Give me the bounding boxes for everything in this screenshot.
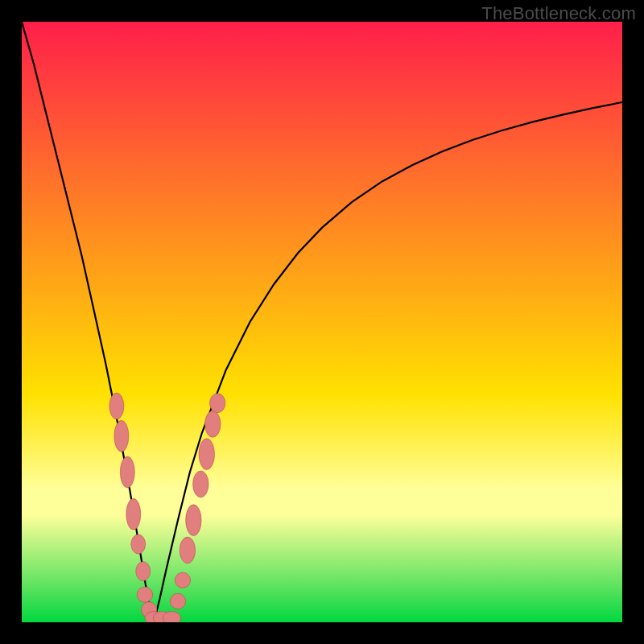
data-dot (136, 562, 151, 581)
data-dot (114, 420, 129, 452)
data-dot (180, 537, 195, 564)
data-dot (193, 471, 208, 497)
data-dot (137, 587, 152, 602)
chart-frame: TheBottleneck.com (0, 0, 644, 644)
curve-layer (22, 22, 622, 622)
data-dots (109, 393, 225, 622)
data-dot (205, 411, 221, 437)
data-dot (199, 439, 214, 470)
data-dot (109, 393, 124, 419)
plot-area (22, 22, 622, 622)
data-dot (126, 498, 141, 530)
bottleneck-curve (22, 22, 622, 622)
data-dot (210, 394, 225, 413)
data-dot (131, 535, 146, 554)
data-dot (120, 456, 134, 488)
data-dot (170, 593, 185, 609)
data-dot (186, 505, 201, 536)
data-dot (163, 612, 180, 622)
watermark-text: TheBottleneck.com (481, 3, 636, 24)
data-dot (175, 572, 190, 588)
